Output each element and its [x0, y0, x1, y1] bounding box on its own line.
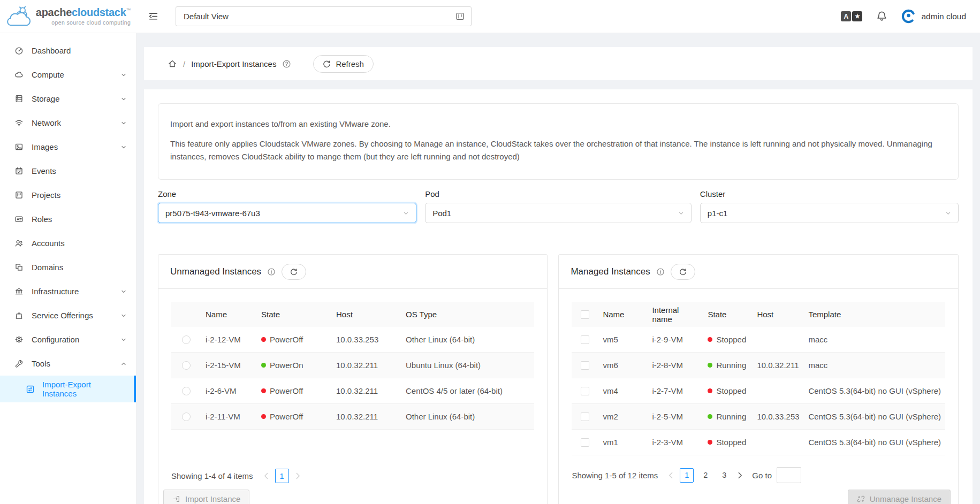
unmanaged-table: Name State Host OS Type i-2-12-VM PowerO…: [171, 302, 534, 430]
state-dot: [261, 363, 266, 368]
sidebar-item-roles[interactable]: Roles: [0, 207, 136, 231]
interaction-icon: [26, 385, 35, 394]
column-header-host: Host: [753, 310, 804, 319]
import-export-card: Import and export instances to/from an e…: [144, 89, 973, 504]
column-header-state: State: [257, 310, 332, 319]
import-icon: [172, 495, 180, 503]
sidebar-item-label: Infrastructure: [32, 287, 79, 296]
chevron-down-icon: [121, 313, 126, 318]
cell-os-type: CentOS 4/5 or later (64-bit): [401, 386, 534, 395]
help-circle-icon[interactable]: [282, 59, 291, 68]
managed-table: Name Internal name State Host Template v…: [572, 302, 945, 455]
table-row[interactable]: i-2-12-VM PowerOff 10.0.33.253 Other Lin…: [171, 327, 534, 353]
row-checkbox[interactable]: [581, 438, 589, 447]
cell-host: 10.0.32.211: [332, 386, 401, 395]
cell-template: macc: [804, 361, 945, 370]
sidebar-item-label: Roles: [32, 215, 52, 224]
table-row[interactable]: i-2-11-VM PowerOff 10.0.32.211 Other Lin…: [171, 404, 534, 430]
breadcrumb-separator: /: [183, 59, 185, 68]
cell-os-type: Other Linux (64-bit): [401, 412, 534, 421]
sidebar-item-service-offerings[interactable]: Service Offerings: [0, 303, 136, 327]
select-all-checkbox[interactable]: [581, 310, 589, 319]
home-icon[interactable]: [168, 59, 177, 68]
row-checkbox[interactable]: [581, 335, 589, 344]
view-selector[interactable]: Default View: [176, 6, 472, 26]
next-page-icon[interactable]: [294, 472, 302, 479]
pod-filter: Pod Pod1: [425, 189, 692, 223]
sidebar-item-label: Import-Export Instances: [42, 380, 126, 398]
table-row[interactable]: i-2-15-VM PowerOn 10.0.32.211 Ubuntu Lin…: [171, 353, 534, 378]
prev-page-icon[interactable]: [262, 472, 270, 479]
table-row[interactable]: vm4 i-2-7-VM Stopped CentOS 5.3(64-bit) …: [572, 378, 945, 404]
info-circle-icon[interactable]: [267, 268, 276, 276]
sidebar-item-storage[interactable]: Storage: [0, 87, 136, 111]
sidebar-item-accounts[interactable]: Accounts: [0, 231, 136, 255]
sidebar-item-domains[interactable]: Domains: [0, 255, 136, 279]
pod-select[interactable]: Pod1: [425, 203, 692, 223]
cell-os-type: Other Linux (64-bit): [401, 335, 534, 344]
cell-host: 10.0.33.253: [332, 335, 401, 344]
row-checkbox[interactable]: [581, 413, 589, 421]
column-header-host: Host: [332, 310, 401, 319]
sidebar-item-label: Projects: [32, 190, 60, 200]
table-row[interactable]: vm2 i-2-5-VM Running 10.0.33.253 CentOS …: [572, 404, 945, 430]
sidebar-item-tools[interactable]: Tools: [0, 352, 136, 376]
state-dot: [261, 337, 266, 342]
user-menu[interactable]: admin cloud: [901, 9, 966, 24]
next-page-icon[interactable]: [736, 472, 744, 479]
column-header-name: Name: [598, 310, 648, 319]
panel-title: Managed Instances: [571, 266, 650, 277]
info-circle-icon[interactable]: [656, 268, 665, 276]
cell-internal-name: i-2-7-VM: [648, 386, 703, 395]
table-body: i-2-12-VM PowerOff 10.0.33.253 Other Lin…: [171, 327, 534, 430]
page-number-3[interactable]: 3: [717, 468, 731, 483]
sidebar-item-network[interactable]: Network: [0, 111, 136, 135]
row-checkbox[interactable]: [581, 361, 589, 370]
page-number-1[interactable]: 1: [275, 469, 289, 483]
pagination-summary: Showing 1-5 of 12 items: [572, 471, 658, 480]
sidebar-item-images[interactable]: Images: [0, 135, 136, 159]
unmanaged-refresh-button[interactable]: [282, 264, 306, 280]
row-radio[interactable]: [182, 335, 191, 344]
table-row[interactable]: i-2-6-VM PowerOff 10.0.32.211 CentOS 4/5…: [171, 378, 534, 404]
notification-bell-icon[interactable]: [876, 11, 887, 22]
translate-icon[interactable]: A ★: [841, 11, 862, 21]
sidebar-item-configuration[interactable]: Configuration: [0, 327, 136, 352]
menu-fold-icon[interactable]: [148, 12, 158, 21]
sidebar-item-infrastructure[interactable]: Infrastructure: [0, 279, 136, 303]
page-number-1[interactable]: 1: [680, 468, 694, 483]
cluster-select[interactable]: p1-c1: [700, 203, 959, 223]
table-row[interactable]: vm1 i-2-3-VM Stopped CentOS 5.3(64-bit) …: [572, 430, 945, 455]
sidebar-item-label: Events: [32, 166, 56, 175]
table-row[interactable]: vm5 i-2-9-VM Stopped macc: [572, 327, 945, 353]
sidebar-item-import-export-instances[interactable]: Import-Export Instances: [0, 376, 136, 402]
instances-panels: Unmanaged Instances Name: [158, 254, 959, 504]
sidebar-item-label: Network: [32, 118, 61, 127]
cell-state: Stopped: [716, 386, 746, 395]
pod-label: Pod: [425, 189, 692, 198]
sidebar-item-compute[interactable]: Compute: [0, 63, 136, 87]
goto-page-input[interactable]: [777, 467, 801, 483]
page-number-2[interactable]: 2: [698, 468, 712, 483]
row-radio[interactable]: [182, 387, 191, 395]
cloudstack-logo[interactable]: apachecloudstack™ open source cloud comp…: [0, 0, 136, 33]
sidebar-item-events[interactable]: Events: [0, 159, 136, 183]
cluster-label: Cluster: [700, 189, 959, 198]
cell-host: 10.0.32.211: [332, 361, 401, 370]
user-name: admin cloud: [921, 12, 966, 21]
row-checkbox[interactable]: [581, 387, 589, 395]
managed-refresh-button[interactable]: [671, 264, 695, 280]
chevron-down-icon: [121, 72, 126, 78]
row-radio[interactable]: [182, 361, 191, 370]
database-icon: [14, 94, 24, 103]
cell-host: 10.0.32.211: [332, 412, 401, 421]
unmanage-instance-button[interactable]: Unmanage Instance: [848, 490, 951, 504]
row-radio[interactable]: [182, 413, 191, 421]
refresh-button[interactable]: Refresh: [313, 55, 374, 73]
zone-select[interactable]: pr5075-t943-vmware-67u3: [158, 203, 416, 223]
import-instance-button[interactable]: Import Instance: [163, 490, 249, 504]
table-row[interactable]: vm6 i-2-8-VM Running 10.0.32.211 macc: [572, 353, 945, 378]
sidebar-item-dashboard[interactable]: Dashboard: [0, 39, 136, 63]
prev-page-icon[interactable]: [667, 472, 675, 479]
sidebar-item-projects[interactable]: Projects: [0, 183, 136, 207]
